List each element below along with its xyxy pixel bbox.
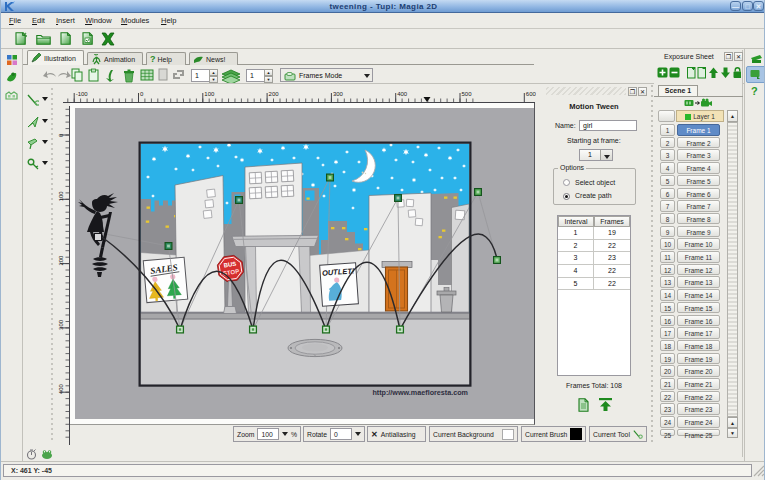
- svg-text:-100: -100: [76, 91, 89, 97]
- svg-text:500: 500: [462, 91, 473, 97]
- svg-text:200: 200: [58, 255, 64, 266]
- svg-text:400: 400: [58, 384, 64, 395]
- svg-text:200: 200: [269, 91, 280, 97]
- svg-text:100: 100: [204, 91, 215, 97]
- svg-text:100: 100: [58, 191, 64, 202]
- svg-text:0: 0: [58, 133, 64, 137]
- svg-text:400: 400: [397, 91, 408, 97]
- svg-text:600: 600: [526, 91, 537, 97]
- svg-text:300: 300: [58, 319, 64, 330]
- svg-text:http://www.maefloresta.com: http://www.maefloresta.com: [372, 388, 468, 397]
- svg-text:0: 0: [140, 91, 144, 97]
- svg-text:300: 300: [333, 91, 344, 97]
